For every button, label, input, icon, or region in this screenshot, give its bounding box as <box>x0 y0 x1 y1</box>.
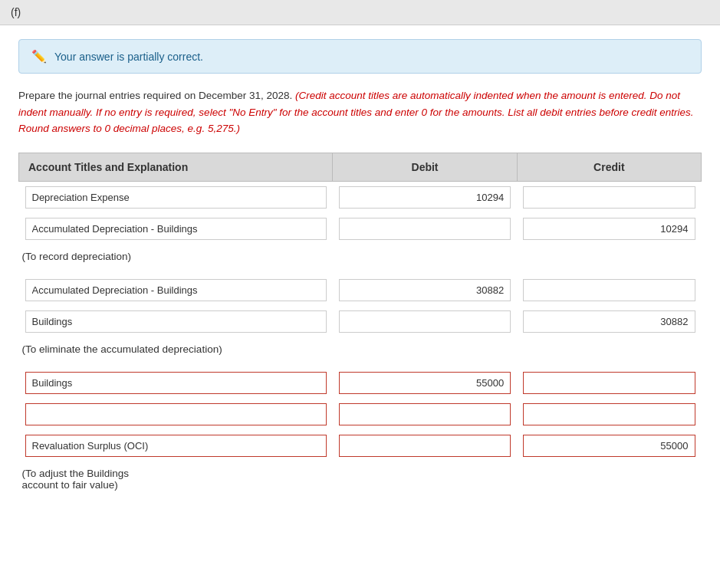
entry2-row2-debit-cell <box>333 306 517 337</box>
entry1-row1-debit-cell <box>333 181 517 213</box>
entry2-row2-debit-input[interactable] <box>339 310 511 333</box>
entry3-row3-account-input[interactable] <box>25 435 327 457</box>
header-debit: Debit <box>333 153 517 181</box>
entry2-row2-credit-input[interactable] <box>523 310 695 333</box>
entry1-note: (To record depreciation) <box>19 245 702 265</box>
spacer1 <box>19 265 702 274</box>
header-credit: Credit <box>517 153 701 181</box>
entry2-row2-credit-cell <box>517 306 701 337</box>
spacer2 <box>19 358 702 367</box>
content-area: ✏️ Your answer is partially correct. Pre… <box>0 25 720 508</box>
entry3-row3-debit-input[interactable] <box>339 435 511 457</box>
entry3-row3-account-cell <box>19 430 333 462</box>
table-header-row: Account Titles and Explanation Debit Cre… <box>19 153 702 181</box>
entry3-row2-account-cell <box>19 399 333 430</box>
entry1-row1-credit-cell <box>517 181 701 213</box>
entry1-row2 <box>19 213 702 245</box>
entry1-row2-credit-cell <box>517 213 701 245</box>
entry2-row1-debit-input[interactable] <box>339 279 511 301</box>
entry3-row2-credit-cell <box>517 399 701 430</box>
entry3-row1-debit-cell <box>333 367 517 399</box>
entry2-note-row: (To eliminate the accumulated depreciati… <box>19 337 702 358</box>
entry1-note-row: (To record depreciation) <box>19 245 702 265</box>
entry3-row2-debit-cell <box>333 399 517 430</box>
entry3-row3-debit-cell <box>333 430 517 462</box>
entry3-row3-credit-input[interactable] <box>523 435 695 457</box>
entry1-row1: Depreciation Expense <box>19 181 702 213</box>
entry1-row1-credit-input[interactable] <box>523 186 695 209</box>
journal-table: Account Titles and Explanation Debit Cre… <box>18 153 702 494</box>
entry3-row2-debit-input[interactable] <box>339 403 511 425</box>
entry2-row1-account-cell <box>19 274 333 306</box>
banner-text: Your answer is partially correct. <box>54 51 203 63</box>
instructions-prefix: Prepare the journal entries required on … <box>18 90 292 101</box>
entry3-row1 <box>19 367 702 399</box>
entry1-row1-debit-input[interactable] <box>339 186 511 209</box>
entry3-row1-account-cell <box>19 367 333 399</box>
entry2-row2-account-cell <box>19 306 333 337</box>
entry2-row1-debit-cell <box>333 274 517 306</box>
entry2-row1-account-input[interactable] <box>25 279 327 301</box>
entry1-row2-credit-input[interactable] <box>523 218 695 240</box>
entry2-row2 <box>19 306 702 337</box>
entry3-row2-credit-input[interactable] <box>523 403 695 425</box>
entry3-row1-account-input[interactable] <box>25 372 327 394</box>
entry2-row1-credit-input[interactable] <box>523 279 695 301</box>
entry3-row1-credit-cell <box>517 367 701 399</box>
entry3-note-row: (To adjust the Buildingsaccount to fair … <box>19 462 702 494</box>
entry3-row2 <box>19 399 702 430</box>
entry2-row2-account-input[interactable] <box>25 310 327 333</box>
section-label: (f) <box>0 0 720 25</box>
partial-correct-banner: ✏️ Your answer is partially correct. <box>18 39 702 74</box>
entry3-row3-credit-cell <box>517 430 701 462</box>
entry1-row2-account-cell <box>19 213 333 245</box>
entry2-row1-credit-cell <box>517 274 701 306</box>
entry1-row2-debit-input[interactable] <box>339 218 511 240</box>
entry1-row1-account-input[interactable]: Depreciation Expense <box>25 186 327 209</box>
entry2-row1 <box>19 274 702 306</box>
entry1-row2-account-input[interactable] <box>25 218 327 240</box>
page-wrapper: (f) ✏️ Your answer is partially correct.… <box>0 0 720 588</box>
instructions: Prepare the journal entries required on … <box>18 87 702 137</box>
section-f-label: (f) <box>11 6 21 18</box>
entry3-row3 <box>19 430 702 462</box>
header-account: Account Titles and Explanation <box>19 153 333 181</box>
entry1-row1-account-cell: Depreciation Expense <box>19 181 333 213</box>
entry2-note: (To eliminate the accumulated depreciati… <box>19 337 702 358</box>
entry3-row1-credit-input[interactable] <box>523 372 695 394</box>
entry3-row1-debit-input[interactable] <box>339 372 511 394</box>
entry3-note: (To adjust the Buildingsaccount to fair … <box>19 462 702 494</box>
entry3-row2-account-input[interactable] <box>25 403 327 425</box>
pencil-icon: ✏️ <box>31 49 47 64</box>
entry1-row2-debit-cell <box>333 213 517 245</box>
